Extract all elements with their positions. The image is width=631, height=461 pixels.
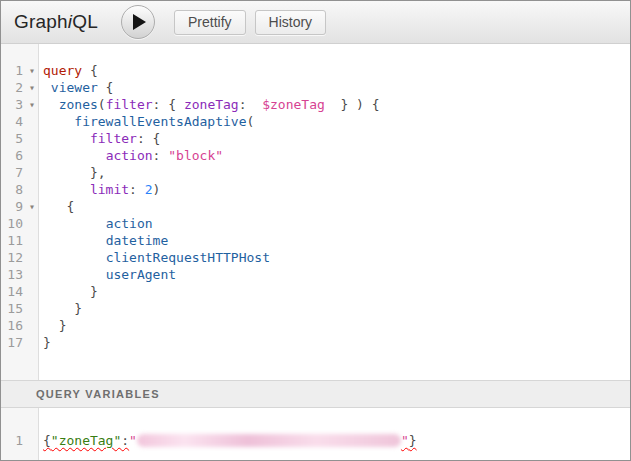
app-title: GraphiQL <box>14 11 98 33</box>
code-token <box>43 97 59 112</box>
code-text: } <box>39 300 82 317</box>
history-button[interactable]: History <box>255 10 327 35</box>
fold-gutter-spacer <box>25 334 39 351</box>
code-text: query { <box>39 62 98 79</box>
code-text: }, <box>39 164 106 181</box>
variables-title: QUERY VARIABLES <box>36 388 160 400</box>
code-token: ( <box>98 97 106 112</box>
code-token: action <box>106 216 153 231</box>
code-token: clientRequestHTTPHost <box>106 250 270 265</box>
code-text: limit: 2) <box>39 181 160 198</box>
code-line[interactable]: 12 clientRequestHTTPHost <box>1 249 630 266</box>
line-number: 13 <box>1 266 25 283</box>
code-token <box>43 233 106 248</box>
code-text: action: "block" <box>39 147 223 164</box>
code-line[interactable]: 10 action <box>1 215 630 232</box>
code-line[interactable]: 11 datetime <box>1 232 630 249</box>
code-line[interactable]: 8 limit: 2) <box>1 181 630 198</box>
code-token: 2 <box>145 182 153 197</box>
fold-gutter-spacer <box>25 300 39 317</box>
fold-gutter-spacer <box>25 249 39 266</box>
code-line[interactable]: 15 } <box>1 300 630 317</box>
fold-arrow-icon[interactable]: ▾ <box>25 96 39 113</box>
code-token <box>43 267 106 282</box>
code-token: firewallEventsAdaptive <box>74 114 246 129</box>
code-token: userAgent <box>106 267 176 282</box>
code-token: $zoneTag <box>262 97 325 112</box>
redacted-zone-tag-value <box>137 434 401 447</box>
variables-line[interactable]: 1{"zoneTag":""} <box>1 432 630 449</box>
code-token: : <box>121 433 129 448</box>
code-line[interactable]: 14 } <box>1 283 630 300</box>
code-token: datetime <box>106 233 169 248</box>
line-number: 4 <box>1 113 25 130</box>
code-token: ) <box>153 182 161 197</box>
code-token: }, <box>43 165 106 180</box>
code-line[interactable]: 2▾ viewer { <box>1 79 630 96</box>
code-token: : <box>129 182 145 197</box>
fold-gutter-spacer <box>25 266 39 283</box>
code-token: } ) { <box>325 97 380 112</box>
code-token: : { <box>137 131 160 146</box>
variables-editor-lines: 1{"zoneTag":""} <box>1 408 630 449</box>
code-token: filter <box>90 131 137 146</box>
code-token: : { <box>153 97 184 112</box>
code-line[interactable]: 13 userAgent <box>1 266 630 283</box>
code-text: viewer { <box>39 79 113 96</box>
code-token: { <box>43 199 74 214</box>
query-editor-lines: 1▾query {2▾ viewer {3▾ zones(filter: { z… <box>1 44 630 351</box>
app-title-graph: Graph <box>14 11 68 32</box>
line-number: 2 <box>1 79 25 96</box>
fold-arrow-icon[interactable]: ▾ <box>25 62 39 79</box>
code-line[interactable]: 6 action: "block" <box>1 147 630 164</box>
app-title-ql: QL <box>72 11 98 32</box>
code-token: limit <box>90 182 129 197</box>
line-number: 6 <box>1 147 25 164</box>
code-line[interactable]: 17} <box>1 334 630 351</box>
code-token: : <box>239 97 262 112</box>
code-token: "zoneTag" <box>51 433 121 448</box>
code-line[interactable]: 4 firewallEventsAdaptive( <box>1 113 630 130</box>
code-line[interactable]: 9▾ { <box>1 198 630 215</box>
code-text: } <box>39 317 66 334</box>
variables-editor[interactable]: 1{"zoneTag":""} <box>1 408 630 460</box>
toolbar: GraphiQL Prettify History <box>1 1 630 44</box>
code-token <box>43 182 90 197</box>
code-token <box>43 216 106 231</box>
line-number: 11 <box>1 232 25 249</box>
code-text: userAgent <box>39 266 176 283</box>
code-token: : <box>153 148 169 163</box>
code-line[interactable]: 1▾query { <box>1 62 630 79</box>
fold-gutter-spacer <box>25 181 39 198</box>
fold-arrow-icon[interactable]: ▾ <box>25 198 39 215</box>
query-editor[interactable]: 1▾query {2▾ viewer {3▾ zones(filter: { z… <box>1 44 630 380</box>
code-line[interactable]: 5 filter: { <box>1 130 630 147</box>
fold-gutter-spacer <box>25 232 39 249</box>
code-line[interactable]: 7 }, <box>1 164 630 181</box>
code-token: } <box>409 433 417 448</box>
code-token: " <box>401 433 409 448</box>
code-line[interactable]: 3▾ zones(filter: { zoneTag: $zoneTag } )… <box>1 96 630 113</box>
fold-gutter-spacer <box>25 317 39 334</box>
line-number: 9 <box>1 198 25 215</box>
code-token <box>43 114 74 129</box>
fold-arrow-icon[interactable]: ▾ <box>25 79 39 96</box>
line-number: 1 <box>1 432 25 449</box>
variables-title-bar[interactable]: QUERY VARIABLES <box>1 380 630 408</box>
fold-gutter-spacer <box>25 432 39 449</box>
code-token: } <box>43 335 51 350</box>
execute-query-button[interactable] <box>121 5 155 39</box>
line-number: 16 <box>1 317 25 334</box>
variables-text: {"zoneTag":""} <box>39 432 417 449</box>
prettify-button[interactable]: Prettify <box>174 10 246 35</box>
code-token: } <box>43 318 66 333</box>
fold-gutter-spacer <box>25 113 39 130</box>
line-number: 12 <box>1 249 25 266</box>
code-token: { <box>98 80 114 95</box>
fold-gutter-spacer <box>25 164 39 181</box>
code-line[interactable]: 16 } <box>1 317 630 334</box>
code-token <box>43 250 106 265</box>
line-number: 5 <box>1 130 25 147</box>
line-number: 14 <box>1 283 25 300</box>
code-token: zoneTag <box>184 97 239 112</box>
